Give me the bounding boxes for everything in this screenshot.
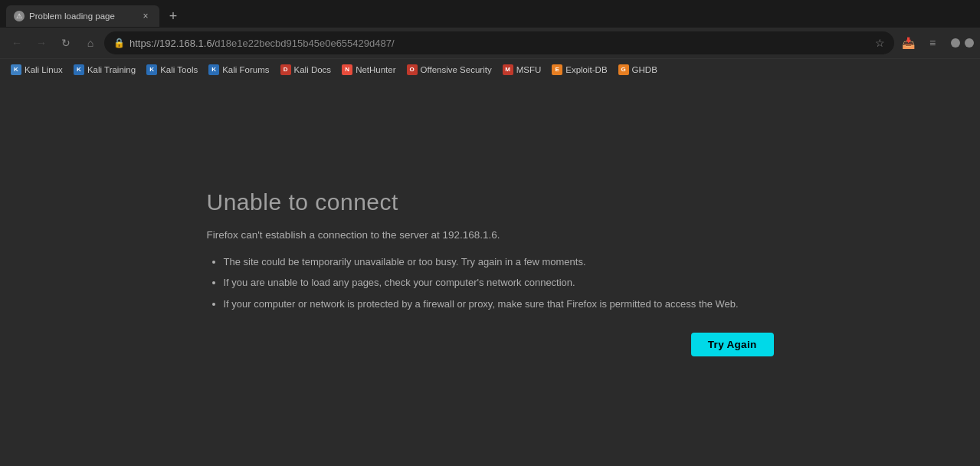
window-controls	[951, 38, 974, 48]
menu-button[interactable]: ≡	[922, 32, 943, 54]
try-again-button[interactable]: Try Again	[691, 333, 774, 356]
bookmark-label-nethunter: NetHunter	[356, 65, 395, 74]
bookmark-favicon-kali-linux: K	[11, 64, 21, 75]
bookmark-star-icon[interactable]: ☆	[875, 37, 885, 49]
pocket-button[interactable]: 📥	[897, 32, 919, 54]
bookmark-favicon-exploit-db: E	[552, 64, 562, 75]
bookmark-favicon-kali-docs: D	[280, 64, 291, 75]
forward-button[interactable]: →	[31, 32, 52, 54]
new-tab-button[interactable]: +	[162, 5, 184, 27]
bookmark-label-offensive-security: Offensive Security	[421, 65, 492, 74]
nav-bar: ← → ↻ ⌂ 🔒 https://192.168.1.6/d18e1e22be…	[0, 28, 980, 58]
bookmark-label-kali-linux: Kali Linux	[25, 65, 63, 74]
bookmark-offensive-security[interactable]: OOffensive Security	[402, 63, 497, 77]
bookmark-kali-tools[interactable]: KKali Tools	[142, 63, 202, 77]
reload-button[interactable]: ↻	[55, 32, 77, 54]
window-control-max[interactable]	[965, 38, 974, 48]
bookmarks-bar: KKali LinuxKKali TrainingKKali ToolsKKal…	[0, 58, 980, 80]
back-button[interactable]: ←	[6, 32, 28, 54]
bookmark-kali-docs[interactable]: DKali Docs	[276, 63, 336, 77]
bookmark-msfu[interactable]: MMSFU	[498, 63, 546, 77]
tab-bar: ⚠ Problem loading page × +	[0, 0, 980, 28]
bookmark-label-exploit-db: Exploit-DB	[565, 65, 607, 74]
url-base: https://192.168.1.6/	[129, 38, 215, 49]
bookmark-favicon-kali-training: K	[74, 64, 84, 75]
tab-favicon: ⚠	[14, 11, 25, 21]
bookmark-label-kali-tools: Kali Tools	[160, 65, 198, 74]
address-bar[interactable]: 🔒 https://192.168.1.6/d18e1e22becbd915b4…	[104, 31, 894, 54]
bookmark-label-ghdb: GHDB	[632, 65, 657, 74]
url-path: d18e1e22becbd915b45e0e655429d487/	[215, 38, 394, 49]
page-content: Unable to connect Firefox can't establis…	[0, 80, 980, 466]
error-list: The site could be temporarily unavailabl…	[207, 254, 774, 312]
bookmark-favicon-ghdb: G	[618, 64, 629, 75]
browser-chrome: ⚠ Problem loading page × + ← → ↻ ⌂ 🔒 htt…	[0, 0, 980, 80]
error-container: Unable to connect Firefox can't establis…	[176, 174, 805, 372]
bookmark-nethunter[interactable]: NNetHunter	[337, 63, 400, 77]
bookmark-favicon-offensive-security: O	[407, 64, 418, 75]
error-title: Unable to connect	[207, 189, 774, 215]
bookmark-favicon-nethunter: N	[342, 64, 352, 75]
bookmark-label-msfu: MSFU	[516, 65, 542, 74]
bookmark-label-kali-forums: Kali Forums	[222, 65, 269, 74]
bookmark-label-kali-docs: Kali Docs	[294, 65, 332, 74]
url-display: https://192.168.1.6/d18e1e22becbd915b45e…	[129, 38, 870, 49]
home-button[interactable]: ⌂	[80, 32, 101, 54]
error-bullet-1: If you are unable to load any pages, che…	[224, 275, 774, 290]
bookmark-favicon-kali-forums: K	[208, 64, 219, 75]
bookmark-favicon-msfu: M	[503, 64, 513, 75]
bookmark-kali-forums[interactable]: KKali Forums	[204, 63, 274, 77]
error-bullet-0: The site could be temporarily unavailabl…	[224, 254, 774, 270]
error-subtitle: Firefox can't establish a connection to …	[207, 229, 774, 241]
security-icon: 🔒	[113, 38, 125, 48]
tab-close-button[interactable]: ×	[139, 10, 152, 22]
active-tab[interactable]: ⚠ Problem loading page ×	[6, 5, 159, 27]
bookmark-kali-training[interactable]: KKali Training	[69, 63, 140, 77]
bookmark-exploit-db[interactable]: EExploit-DB	[547, 63, 611, 77]
error-bullet-2: If your computer or network is protected…	[224, 297, 774, 312]
bookmark-label-kali-training: Kali Training	[87, 65, 136, 74]
bookmark-ghdb[interactable]: GGHDB	[614, 63, 662, 77]
bookmark-favicon-kali-tools: K	[146, 64, 157, 75]
bookmark-kali-linux[interactable]: KKali Linux	[6, 63, 67, 77]
tab-title: Problem loading page	[29, 11, 135, 21]
window-control-min[interactable]	[951, 38, 960, 48]
